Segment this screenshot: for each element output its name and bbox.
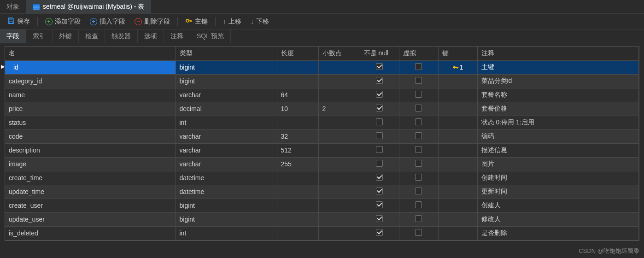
cell-virtual[interactable] [399,60,438,74]
cell-type[interactable]: datetime [176,185,277,199]
cell-key[interactable] [438,143,477,157]
subtab-indexes[interactable]: 索引 [26,29,53,43]
cell-decimals[interactable]: 2 [318,102,360,116]
cell-comment[interactable]: 菜品分类id [477,74,639,88]
table-row[interactable]: ▶idbigint1主键 [5,60,639,74]
checkbox-notnull[interactable] [376,229,383,236]
cell-length[interactable] [277,226,318,240]
cell-key[interactable] [438,226,477,240]
cell-decimals[interactable] [318,74,360,88]
cell-key[interactable] [438,74,477,88]
cell-type[interactable]: varchar [176,88,277,102]
checkbox-notnull[interactable] [376,105,383,111]
cell-length[interactable] [277,116,318,129]
cell-decimals[interactable] [318,185,360,199]
cell-type[interactable]: bigint [176,74,277,88]
checkbox-notnull[interactable] [376,174,383,181]
cell-name[interactable]: is_deleted [5,226,176,240]
cell-notnull[interactable] [360,226,399,240]
insert-field-button[interactable]: + 插入字段 [86,16,129,28]
cell-comment[interactable]: 是否删除 [477,226,639,240]
col-header-key[interactable]: 键 [438,47,477,60]
col-header-comment[interactable]: 注释 [477,47,639,60]
table-row[interactable]: imagevarchar255图片 [5,157,639,171]
cell-name[interactable]: image [5,157,176,171]
cell-type[interactable]: bigint [176,212,277,226]
col-header-notnull[interactable]: 不是 null [360,47,399,60]
checkbox-notnull[interactable] [376,201,383,208]
col-header-decimals[interactable]: 小数点 [318,47,360,60]
cell-length[interactable] [277,199,318,212]
cell-virtual[interactable] [399,157,438,171]
cell-key[interactable] [438,171,477,185]
checkbox-notnull[interactable] [376,132,383,139]
cell-type[interactable]: bigint [176,199,277,212]
checkbox-virtual[interactable] [415,160,422,167]
subtab-checks[interactable]: 检查 [79,29,105,43]
checkbox-virtual[interactable] [415,215,422,222]
tab-setmeal[interactable]: setmeal @ruijiwaimai (Mybatis) - 表 [26,0,151,13]
delete-field-button[interactable]: − 删除字段 [131,16,174,28]
cell-decimals[interactable] [318,171,360,185]
save-button[interactable]: 保存 [4,15,34,28]
checkbox-virtual[interactable] [415,201,422,208]
cell-comment[interactable]: 创建人 [477,199,639,212]
cell-length[interactable] [277,185,318,199]
checkbox-virtual[interactable] [415,118,422,125]
subtab-comment[interactable]: 注释 [164,29,190,43]
cell-key[interactable] [438,129,477,143]
cell-length[interactable]: 512 [277,143,318,157]
checkbox-notnull[interactable] [376,91,383,98]
cell-virtual[interactable] [399,102,438,116]
table-row[interactable]: update_timedatetime更新时间 [5,185,639,199]
cell-length[interactable]: 32 [277,129,318,143]
cell-notnull[interactable] [360,88,399,102]
cell-key[interactable] [438,116,477,129]
table-row[interactable]: category_idbigint菜品分类id [5,74,639,88]
cell-length[interactable] [277,60,318,74]
cell-virtual[interactable] [399,143,438,157]
cell-name[interactable]: update_time [5,185,176,199]
subtab-fields[interactable]: 字段 [0,29,26,43]
checkbox-virtual[interactable] [415,229,422,236]
cell-virtual[interactable] [399,88,438,102]
cell-key[interactable] [438,102,477,116]
cell-virtual[interactable] [399,212,438,226]
cell-name[interactable]: update_user [5,212,176,226]
cell-notnull[interactable] [360,102,399,116]
cell-notnull[interactable] [360,60,399,74]
cell-name[interactable]: create_user [5,199,176,212]
cell-virtual[interactable] [399,199,438,212]
add-field-button[interactable]: + 添加字段 [41,16,84,28]
cell-comment[interactable]: 状态 0:停用 1:启用 [477,116,639,129]
cell-decimals[interactable] [318,88,360,102]
cell-type[interactable]: int [176,116,277,129]
cell-type[interactable]: bigint [176,60,277,74]
table-row[interactable]: update_userbigint修改人 [5,212,639,226]
cell-comment[interactable]: 创建时间 [477,171,639,185]
cell-type[interactable]: varchar [176,157,277,171]
cell-name[interactable]: description [5,143,176,157]
cell-length[interactable] [277,212,318,226]
cell-name[interactable]: code [5,129,176,143]
cell-notnull[interactable] [360,185,399,199]
cell-virtual[interactable] [399,74,438,88]
cell-decimals[interactable] [318,226,360,240]
checkbox-notnull[interactable] [376,63,383,70]
table-row[interactable]: codevarchar32编码 [5,129,639,143]
cell-comment[interactable]: 套餐价格 [477,102,639,116]
checkbox-virtual[interactable] [415,77,422,84]
table-row[interactable]: statusint状态 0:停用 1:启用 [5,116,639,129]
move-up-button[interactable]: ↑ 上移 [219,16,245,28]
checkbox-notnull[interactable] [376,146,383,153]
cell-name[interactable]: category_id [5,74,176,88]
cell-notnull[interactable] [360,129,399,143]
cell-key[interactable] [438,212,477,226]
table-row[interactable]: create_userbigint创建人 [5,199,639,212]
table-row[interactable]: create_timedatetime创建时间 [5,171,639,185]
checkbox-virtual[interactable] [415,105,422,111]
cell-virtual[interactable] [399,185,438,199]
checkbox-virtual[interactable] [415,91,422,98]
table-row[interactable]: is_deletedint是否删除 [5,226,639,240]
cell-comment[interactable]: 编码 [477,129,639,143]
